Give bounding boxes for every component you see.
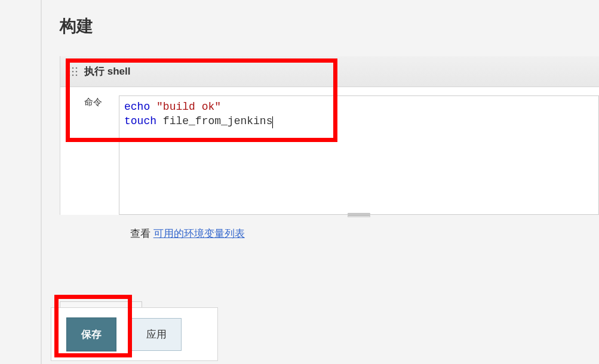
env-vars-link[interactable]: 可用的环境变量列表 — [153, 228, 245, 239]
code-keyword-echo: echo — [124, 101, 150, 113]
svg-point-7 — [72, 74, 74, 76]
section-title: 构建 — [60, 15, 93, 38]
command-editor[interactable]: echo "build ok" touch file_from_jenkins — [119, 95, 599, 215]
code-string: "build ok" — [156, 101, 221, 113]
shell-step-header[interactable]: 执行 shell — [60, 56, 599, 87]
svg-point-8 — [76, 74, 78, 76]
svg-point-5 — [76, 70, 78, 72]
code-arg: file_from_jenkins — [163, 115, 273, 127]
code-keyword-touch: touch — [124, 115, 156, 127]
svg-point-6 — [69, 74, 70, 76]
command-label: 命令 — [84, 95, 119, 215]
shell-step-title: 执行 shell — [84, 64, 130, 78]
shell-step-box: 执行 shell 命令 echo "build ok" touch file_f… — [60, 56, 599, 215]
svg-point-0 — [69, 67, 70, 69]
svg-point-2 — [76, 67, 78, 69]
resize-handle-icon[interactable] — [119, 213, 598, 218]
svg-point-3 — [69, 70, 70, 72]
page-left-border — [41, 0, 42, 364]
env-prefix-text: 查看 — [130, 228, 153, 239]
apply-button[interactable]: 应用 — [131, 318, 182, 351]
save-button[interactable]: 保存 — [66, 317, 116, 351]
shell-body: 命令 echo "build ok" touch file_from_jenki… — [60, 87, 599, 215]
bottom-button-bar: 保存 应用 — [51, 307, 218, 361]
text-cursor — [272, 116, 273, 128]
svg-point-4 — [72, 70, 74, 72]
drag-grip-icon[interactable] — [67, 66, 78, 77]
env-vars-hint: 查看 可用的环境变量列表 — [130, 227, 245, 240]
svg-point-1 — [72, 67, 74, 69]
